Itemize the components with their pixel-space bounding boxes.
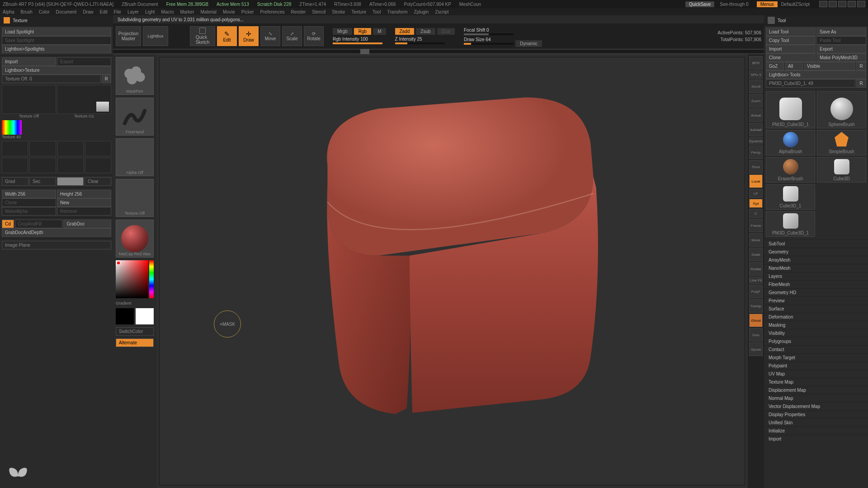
section-fibermesh[interactable]: FiberMesh xyxy=(764,280,868,288)
scroll-button[interactable]: Scroll xyxy=(749,80,763,93)
clear-button[interactable]: Clear xyxy=(85,177,111,186)
projection-master-button[interactable]: Projection Master xyxy=(116,26,141,46)
section-vectordisp[interactable]: Vector Displacement Map xyxy=(764,402,868,410)
menu-movie[interactable]: Movie xyxy=(223,9,235,14)
menu-transform[interactable]: Transform xyxy=(387,9,407,14)
section-masking[interactable]: Masking xyxy=(764,321,868,329)
dynamic-button[interactable]: Dynamic xyxy=(515,40,542,47)
section-displacementmap[interactable]: Displacement Map xyxy=(764,386,868,394)
tool-item-7[interactable]: PM3D_Cube3D_1 xyxy=(766,211,815,237)
tool-r-button[interactable]: R xyxy=(856,79,866,88)
section-geometryhd[interactable]: Geometry HD xyxy=(764,288,868,296)
actual-button[interactable]: Actual xyxy=(749,108,763,122)
tex-tool-7[interactable] xyxy=(57,158,84,173)
swatch-white[interactable] xyxy=(136,308,154,324)
image-plane-section[interactable]: Image Plane xyxy=(2,241,111,249)
tool-item-2[interactable]: AlphaBrush xyxy=(766,130,815,155)
ghost-button[interactable]: Ghost xyxy=(749,314,763,327)
menu-stencil[interactable]: Stencil xyxy=(312,9,326,14)
menu-preferences[interactable]: Preferences xyxy=(260,9,285,14)
section-contact[interactable]: Contact xyxy=(764,345,868,353)
tex-tool-6[interactable] xyxy=(29,158,56,173)
menu-render[interactable]: Render xyxy=(291,9,306,14)
rotate-button[interactable]: ⟳Rotate xyxy=(304,26,324,46)
menu-texture[interactable]: Texture xyxy=(351,9,366,14)
section-polygroups[interactable]: Polygroups xyxy=(764,337,868,345)
default-zscript[interactable]: DefaultZScript xyxy=(781,2,810,7)
menu-light[interactable]: Light xyxy=(145,9,155,14)
section-morphtarget[interactable]: Morph Target xyxy=(764,353,868,361)
window-help-icon[interactable] xyxy=(819,1,827,7)
viewport[interactable]: +MASK xyxy=(159,57,745,485)
solo-button[interactable]: Solo xyxy=(749,328,763,342)
see-through[interactable]: See-through 0 xyxy=(720,2,748,7)
dynamic-toggle[interactable]: Dynamic xyxy=(749,137,763,145)
right-panel-header[interactable]: Tool xyxy=(764,15,868,25)
load-tool-button[interactable]: Load Tool xyxy=(766,28,816,36)
save-as-button[interactable]: Save As xyxy=(816,28,866,36)
spix-button[interactable]: SPix 3 xyxy=(749,70,763,79)
tool-item-3[interactable]: SimpleBrush xyxy=(817,130,866,155)
load-spotlight-button[interactable]: Load Spotlight xyxy=(2,28,111,36)
z-intensity-slider[interactable]: Z Intensity 25 xyxy=(395,37,455,44)
aahalf-button[interactable]: AAHalf xyxy=(749,123,763,136)
move-view-button[interactable]: Move xyxy=(749,233,763,247)
menu-macro[interactable]: Macro xyxy=(161,9,174,14)
sec-button[interactable]: Sec xyxy=(29,177,56,186)
menu-brush[interactable]: Brush xyxy=(21,9,33,14)
stroke-thumb[interactable]: FreeHand xyxy=(116,98,154,136)
section-geometry[interactable]: Geometry xyxy=(764,248,868,256)
rotate-view-button[interactable]: Rotate xyxy=(749,262,763,276)
focal-shift-slider[interactable]: Focal Shift 0 xyxy=(464,28,514,35)
floor-button[interactable]: Floor xyxy=(749,160,763,174)
zoom-button[interactable]: Zoom xyxy=(749,94,763,108)
section-normalmap[interactable]: Normal Map xyxy=(764,394,868,402)
section-initialize[interactable]: Initialize xyxy=(764,427,868,435)
section-nanomesh[interactable]: NanoMesh xyxy=(764,264,868,272)
tool-clone-button[interactable]: Clone xyxy=(766,53,816,62)
alternate-button[interactable]: Alternate xyxy=(116,338,154,347)
goz-r-button[interactable]: R xyxy=(856,62,866,70)
rgb-button[interactable]: Rgb xyxy=(354,28,371,35)
section-polypaint[interactable]: Polypaint xyxy=(764,361,868,370)
c-button[interactable]: C xyxy=(749,209,763,218)
m-button[interactable]: M xyxy=(373,28,386,35)
tex-tool-3[interactable] xyxy=(57,141,84,156)
tex-tool-1[interactable] xyxy=(2,141,28,156)
xyz-button[interactable]: Xyz xyxy=(749,199,763,208)
texture-off-label[interactable]: Texture Off. 0 xyxy=(2,75,101,83)
lightbox-spotlights-button[interactable]: Lightbox>Spotlights xyxy=(2,45,111,53)
swatch-black[interactable] xyxy=(116,308,134,324)
tool-import-button[interactable]: Import xyxy=(766,45,816,53)
color-picker[interactable] xyxy=(116,260,148,298)
tool-item-0[interactable]: PM3D_Cube3D_1 xyxy=(766,91,815,128)
texture-slot-main[interactable] xyxy=(2,85,56,114)
goz-visible-button[interactable]: Visible xyxy=(804,62,855,70)
zsub-button[interactable]: Zsub xyxy=(416,28,435,35)
lightbox-tools-button[interactable]: Lightbox> Tools xyxy=(766,70,866,79)
menu-alpha[interactable]: Alpha xyxy=(3,9,14,14)
new-button[interactable]: New xyxy=(57,198,111,207)
section-texturemap[interactable]: Texture Map xyxy=(764,378,868,386)
move-button[interactable]: ⤡Move xyxy=(260,26,280,46)
mrgb-button[interactable]: Mrgb xyxy=(333,28,352,35)
section-surface[interactable]: Surface xyxy=(764,305,868,313)
tool-export-button[interactable]: Export xyxy=(816,45,866,53)
menus-toggle[interactable]: Menus xyxy=(757,1,778,7)
menu-draw[interactable]: Draw xyxy=(83,9,93,14)
section-unifiedskin[interactable]: Unified Skin xyxy=(764,418,868,427)
canvas-scrollbar[interactable] xyxy=(113,50,764,53)
alpha-thumb[interactable]: Alpha Off xyxy=(116,138,154,176)
tool-item-1[interactable]: SphereBrush xyxy=(817,91,866,128)
menu-zplugin[interactable]: Zplugin xyxy=(414,9,429,14)
scale-button[interactable]: ⤢Scale xyxy=(282,26,302,46)
lightbox-button[interactable]: LightBox xyxy=(143,26,168,46)
texture-slot-b[interactable] xyxy=(57,85,111,114)
menu-tool[interactable]: Tool xyxy=(373,9,381,14)
grabdocdepth-button[interactable]: GrabDocAndDepth xyxy=(2,228,111,237)
persp-button[interactable]: Persp xyxy=(749,145,763,159)
linefill-button[interactable]: Line Fil xyxy=(749,277,763,284)
section-preview[interactable]: Preview xyxy=(764,296,868,305)
width-slider[interactable]: Width 256 xyxy=(2,190,56,198)
transp-button[interactable]: Transp xyxy=(749,299,763,313)
